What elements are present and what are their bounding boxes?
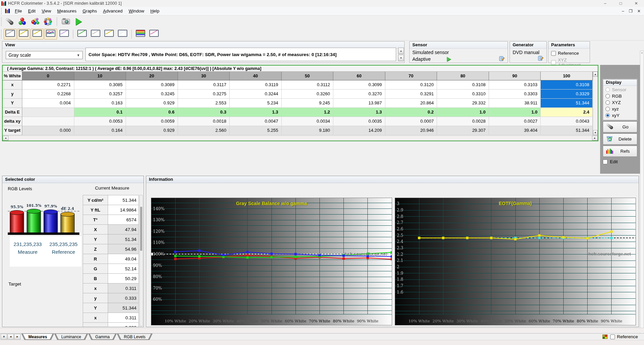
table-cell[interactable]: 0.0027 bbox=[489, 117, 541, 126]
table-cell[interactable]: 9.245 bbox=[282, 99, 334, 108]
radio-icon[interactable] bbox=[606, 113, 610, 118]
view-contrast-button[interactable] bbox=[116, 29, 129, 40]
table-cell[interactable]: 0.3103 bbox=[489, 80, 541, 90]
view-measures-grid-button[interactable] bbox=[4, 29, 17, 40]
table-cell[interactable]: 1.0 bbox=[437, 108, 489, 117]
table-cell[interactable]: 0.3310 bbox=[437, 90, 489, 99]
table-cell[interactable]: 0.0018 bbox=[178, 117, 230, 126]
table-cell[interactable]: 29.307 bbox=[437, 126, 489, 135]
tab-rgb-levels[interactable]: RGB Levels bbox=[117, 334, 153, 340]
measure-row-r[interactable]: R49.04 bbox=[83, 254, 139, 264]
mdi-restore-icon[interactable]: ❐ bbox=[629, 9, 633, 14]
measure-grayscale-button[interactable] bbox=[4, 17, 15, 27]
table-cell[interactable]: 51.344 bbox=[541, 99, 593, 108]
info-spinner[interactable]: ▲▼ bbox=[398, 48, 404, 61]
table-cell[interactable]: 0.3245 bbox=[126, 90, 178, 99]
measure-row-y[interactable]: Y51.34 bbox=[83, 235, 139, 244]
menu-window[interactable]: Window bbox=[126, 7, 147, 15]
table-col-header-0[interactable]: 0 bbox=[22, 72, 74, 80]
mdi-close-icon[interactable]: ✕ bbox=[637, 9, 641, 14]
radio-icon[interactable] bbox=[606, 107, 610, 111]
table-cell[interactable]: 0.3329 bbox=[541, 90, 593, 99]
table-cell[interactable]: 14.209 bbox=[333, 126, 385, 135]
menu-edit[interactable]: Edit bbox=[25, 7, 38, 15]
measure-secondaries-button[interactable] bbox=[29, 17, 41, 27]
table-cell[interactable]: 0.0059 bbox=[126, 117, 178, 126]
table-col-header-30[interactable]: 30 bbox=[178, 72, 230, 80]
minimize-icon[interactable]: – bbox=[597, 0, 613, 7]
table-cell[interactable]: 0.6 bbox=[126, 108, 178, 117]
menu-advanced[interactable]: Advanced bbox=[100, 7, 126, 15]
table-horizontal-scrollbar[interactable]: ◄ ► bbox=[3, 135, 598, 141]
table-cell[interactable]: 51.344 bbox=[541, 126, 593, 135]
measure-row-ycdm[interactable]: Y cd/m²51.344 bbox=[83, 195, 139, 205]
edit-checkbox[interactable] bbox=[603, 159, 608, 164]
table-cell[interactable]: 0.3244 bbox=[230, 90, 282, 99]
colorspace-info-field[interactable]: Color Space: HDTV Rec709 , White Point: … bbox=[85, 48, 396, 61]
table-col-header-90[interactable]: 90 bbox=[489, 72, 541, 80]
table-row-label[interactable]: Y target bbox=[3, 126, 22, 135]
tab-scroll-left-icon[interactable]: ◄ bbox=[7, 334, 14, 340]
table-cell[interactable]: 0.000 bbox=[22, 126, 74, 135]
table-row-label[interactable]: Y bbox=[3, 99, 22, 108]
menu-help[interactable]: Help bbox=[147, 7, 162, 15]
table-cell[interactable]: 0.3291 bbox=[385, 90, 437, 99]
view-colorchecker-button[interactable] bbox=[134, 29, 147, 40]
run-measures-button[interactable] bbox=[73, 17, 84, 27]
generator-edit-icon[interactable] bbox=[538, 55, 544, 62]
sensor-run-icon[interactable] bbox=[447, 57, 451, 61]
table-row-label[interactable]: Delta E bbox=[3, 108, 22, 117]
close-icon[interactable]: ✕ bbox=[628, 0, 644, 7]
table-cell[interactable]: 0.164 bbox=[74, 126, 126, 135]
sensor-edit-icon[interactable] bbox=[499, 55, 505, 63]
maximize-icon[interactable]: □ bbox=[613, 0, 628, 7]
table-cell[interactable]: 29.332 bbox=[437, 99, 489, 108]
table-cell[interactable]: 9.180 bbox=[282, 126, 334, 135]
table-cell[interactable]: 0.1 bbox=[74, 108, 126, 117]
table-cell[interactable]: 39.404 bbox=[489, 126, 541, 135]
edit-checkbox-row[interactable]: Edit bbox=[603, 159, 637, 164]
param-reference[interactable]: Reference bbox=[551, 51, 587, 56]
measure-row-g[interactable]: G52.14 bbox=[83, 264, 139, 274]
table-col-header-70[interactable]: 70 bbox=[385, 72, 437, 80]
table-cell[interactable]: 0.3112 bbox=[282, 80, 334, 90]
scroll-right-icon[interactable]: ► bbox=[592, 136, 598, 141]
delete-button[interactable]: Delete bbox=[603, 133, 637, 145]
table-cell[interactable]: 0.3085 bbox=[74, 80, 126, 90]
scroll-up-icon[interactable]: ▲ bbox=[593, 72, 598, 77]
table-cell[interactable]: 0.3260 bbox=[282, 90, 334, 99]
tab-close-icon[interactable]: ✕ bbox=[1, 334, 7, 340]
radio-icon[interactable] bbox=[606, 94, 610, 98]
tab-gamma[interactable]: Gamma bbox=[88, 334, 117, 340]
table-cell[interactable]: 0.0035 bbox=[333, 117, 385, 126]
table-cell[interactable]: 0.0007 bbox=[385, 117, 437, 126]
table-cell[interactable]: 1.3 bbox=[333, 108, 385, 117]
table-col-header-10[interactable]: 10 bbox=[74, 72, 126, 80]
table-cell[interactable]: 13.987 bbox=[333, 99, 385, 108]
table-row-label[interactable]: x bbox=[3, 80, 22, 90]
measure-row-yftl[interactable]: Y ftL14.9864 bbox=[83, 205, 139, 215]
measure-row-y[interactable]: y0.333 bbox=[83, 323, 139, 327]
tab-luminance[interactable]: Luminance bbox=[54, 334, 88, 340]
table-cell[interactable]: 0.0047 bbox=[230, 117, 282, 126]
menu-measures[interactable]: Measures bbox=[54, 7, 79, 15]
table-cell[interactable]: 1.2 bbox=[282, 108, 334, 117]
scroll-up-icon[interactable]: ▲ bbox=[640, 52, 644, 54]
table-cell[interactable]: 0.3108 bbox=[541, 80, 593, 90]
measure-all-colors-button[interactable] bbox=[42, 17, 54, 27]
view-nearblack-button[interactable] bbox=[89, 29, 102, 40]
table-cell[interactable]: 5.255 bbox=[230, 126, 282, 135]
table-cell[interactable]: 20.864 bbox=[385, 99, 437, 108]
table-cell[interactable]: 0.3303 bbox=[489, 90, 541, 99]
reference-checkbox[interactable] bbox=[610, 335, 615, 339]
view-gamma-button[interactable] bbox=[31, 29, 44, 40]
table-cell[interactable]: 2.553 bbox=[178, 99, 230, 108]
table-col-header-20[interactable]: 20 bbox=[126, 72, 178, 80]
table-cell[interactable]: 0.3099 bbox=[333, 80, 385, 90]
measure-row-z[interactable]: Z54.96 bbox=[83, 244, 139, 254]
mdi-minimize-icon[interactable]: – bbox=[622, 9, 624, 14]
table-cell[interactable]: 0.929 bbox=[126, 126, 178, 135]
table-cell[interactable]: 20.946 bbox=[385, 126, 437, 135]
view-mode-select[interactable]: Gray scale ▼ bbox=[6, 51, 83, 59]
table-vertical-scrollbar[interactable]: ▲▼ bbox=[593, 72, 598, 135]
